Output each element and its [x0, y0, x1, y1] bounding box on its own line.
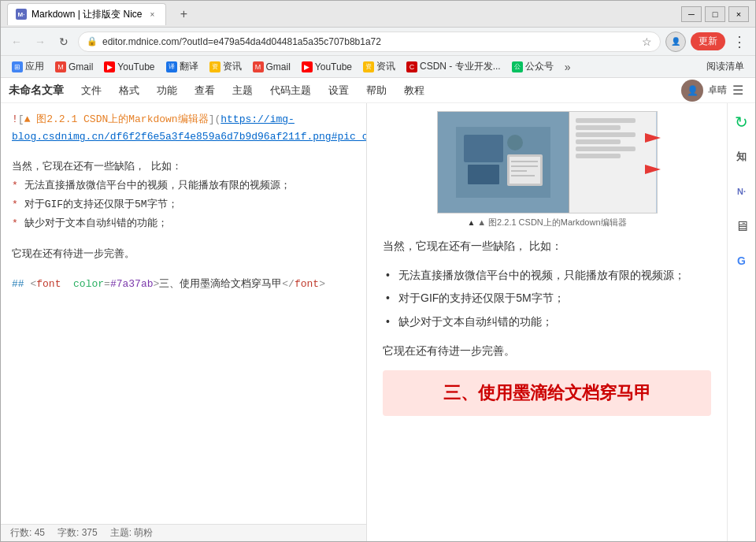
image-right-area [569, 112, 656, 213]
bookmark-zixun-label: 资讯 [223, 60, 242, 73]
image-left-area [438, 112, 569, 213]
bookmark-youtube2[interactable]: ▶ YouTube [297, 60, 357, 74]
img-line-2 [576, 125, 621, 130]
svg-rect-5 [510, 157, 540, 184]
editor-line-1: ![▲ 图2.2.1 CSDN上的Markdown编辑器](https://im… [12, 111, 355, 146]
menu-theme[interactable]: 主题 [224, 80, 261, 101]
image-content [438, 112, 657, 213]
bookmark-youtube1[interactable]: ▶ YouTube [99, 60, 159, 74]
tab-close-button[interactable]: × [146, 9, 158, 20]
preview-bullet-1: 无法直接播放微信平台中的视频，只能播放有限的视频源； [383, 265, 711, 285]
syntax-exclaim: ! [12, 113, 18, 125]
menu-help[interactable]: 帮助 [358, 80, 395, 101]
user-avatar[interactable]: 👤 [681, 80, 703, 102]
gmail-icon: M [55, 61, 66, 72]
bookmark-more[interactable]: » [560, 59, 576, 75]
preview-content-area: ▲ ▲ 图2.2.1 CSDN上的Markdown编辑器 当然，它现在还有一些缺… [367, 103, 727, 541]
arrow-annotations [645, 127, 669, 190]
char-count: 字数: 375 [57, 526, 98, 540]
bookmark-csdn-label: CSDN - 专业开发... [420, 60, 501, 73]
browser-window: M· Markdown | 让排版变 Nice × + ─ □ × ← → ↻ … [0, 0, 756, 542]
menu-format[interactable]: 格式 [111, 80, 147, 101]
bookmark-apps-label: 应用 [25, 60, 44, 73]
bookmark-fanyi[interactable]: 译 翻译 [161, 58, 203, 75]
zixun-icon-2: 资 [363, 61, 374, 72]
update-button[interactable]: 更新 [691, 32, 725, 50]
blank-line-3 [12, 265, 355, 276]
avatar-img: 👤 [687, 85, 699, 96]
main-content: ![▲ 图2.2.1 CSDN上的Markdown编辑器](https://im… [1, 103, 755, 541]
refresh-button[interactable]: ↻ [54, 32, 73, 51]
apps-icon: ⊞ [12, 61, 23, 72]
menu-file[interactable]: 文件 [73, 80, 109, 101]
preview-bullet-3: 缺少对于文本自动纠错的功能； [383, 312, 711, 332]
forward-button[interactable]: → [31, 32, 50, 51]
img-line-6 [576, 154, 621, 158]
new-tab-button[interactable]: + [172, 3, 195, 25]
sidebar-refresh-icon[interactable]: ↻ [731, 111, 753, 133]
bookmark-more-icon: » [565, 61, 571, 73]
fanyi-icon: 译 [166, 61, 177, 72]
blank-line-1 [12, 147, 355, 158]
status-bar: 行数: 45 字数: 375 主题: 萌粉 [1, 524, 366, 541]
profile-avatar[interactable]: 👤 [665, 32, 686, 52]
menu-view[interactable]: 查看 [187, 80, 223, 101]
blank-line-2 [12, 235, 355, 246]
menu-code-theme[interactable]: 代码主题 [262, 80, 319, 101]
editor-textarea[interactable]: ![▲ 图2.2.1 CSDN上的Markdown编辑器](https://im… [1, 103, 366, 524]
lock-icon: 🔒 [87, 36, 98, 46]
close-button[interactable]: × [728, 6, 749, 22]
bookmark-zixun2-label: 资讯 [376, 60, 395, 73]
tab-title: Markdown | 让排版变 Nice [32, 8, 142, 21]
preview-h3-heading: 三、使用墨滴给文档穿马甲 [383, 370, 711, 416]
url-bar[interactable]: 🔒 editor.mdnice.com/?outId=e479a54da4d04… [78, 32, 661, 52]
menu-settings[interactable]: 设置 [321, 80, 357, 101]
svg-rect-1 [464, 135, 503, 162]
preview-bullet-2: 对于GIF的支持还仅限于5M字节； [383, 288, 711, 308]
document-title: 未命名文章 [9, 84, 64, 98]
img-line-3 [576, 132, 635, 137]
bookmark-star-icon[interactable]: ☆ [642, 35, 652, 48]
sidebar-g-icon[interactable]: G [731, 250, 753, 272]
active-tab[interactable]: M· Markdown | 让排版变 Nice × [7, 3, 166, 25]
back-button[interactable]: ← [7, 32, 26, 51]
pcb-illustration [456, 127, 550, 198]
reading-list-button[interactable]: 阅读清单 [702, 58, 749, 75]
caption-triangle: ▲ [467, 218, 477, 227]
menubar: 未命名文章 文件 格式 功能 查看 主题 代码主题 设置 帮助 教程 👤 卓晴 … [1, 78, 755, 103]
titlebar: M· Markdown | 让排版变 Nice × + ─ □ × [1, 1, 755, 28]
preview-bullets-section: 无法直接播放微信平台中的视频，只能播放有限的视频源； 对于GIF的支持还仅限于5… [383, 265, 711, 332]
intro-paragraph: 当然，它现在还有一些缺陷， 比如： [383, 236, 711, 256]
preview-image [437, 111, 658, 213]
bookmark-zixun2[interactable]: 资 资讯 [358, 58, 400, 75]
bookmark-csdn[interactable]: C CSDN - 专业开发... [402, 58, 506, 75]
bookmark-gmail2[interactable]: M Gmail [248, 60, 295, 74]
csdn-icon: C [406, 61, 417, 72]
username-label: 卓晴 [708, 84, 727, 97]
bookmark-gongzhonghao[interactable]: 公 公众号 [507, 58, 558, 75]
menu-function[interactable]: 功能 [149, 80, 185, 101]
more-options-button[interactable]: ⋮ [730, 32, 749, 51]
editor-panel: ![▲ 图2.2.1 CSDN上的Markdown编辑器](https://im… [1, 103, 367, 541]
bookmark-zixun[interactable]: 资 资讯 [205, 58, 246, 75]
image-right-lines [573, 115, 653, 161]
theme-name: 主题: 萌粉 [110, 526, 154, 540]
sidebar-mdnice-icon[interactable]: N· [731, 180, 753, 202]
bookmark-fanyi-label: 翻译 [180, 60, 198, 73]
editor-line-8: 它现在还有待进一步完善。 [12, 246, 355, 263]
bookmark-gmail2-label: Gmail [266, 61, 291, 72]
minimize-button[interactable]: ─ [681, 6, 702, 22]
bookmark-gmail-label: Gmail [69, 61, 93, 72]
menu-hamburger-icon[interactable]: ☰ [728, 81, 747, 100]
bookmarks-bar: ⊞ 应用 M Gmail ▶ YouTube 译 翻译 资 资讯 M Gmail… [1, 56, 755, 78]
editor-line-5: * 对于GIF的支持还仅限于5M字节； [12, 196, 355, 213]
menu-tutorial[interactable]: 教程 [396, 80, 432, 101]
sidebar-monitor-icon[interactable]: 🖥 [731, 215, 753, 237]
maximize-button[interactable]: □ [705, 6, 725, 22]
image-caption: ▲ ▲ 图2.2.1 CSDN上的Markdown编辑器 [437, 217, 658, 228]
sidebar-knowledge-icon[interactable]: 知 [731, 146, 753, 168]
bookmark-apps[interactable]: ⊞ 应用 [7, 58, 49, 75]
svg-marker-10 [645, 133, 661, 143]
img-line-1 [576, 118, 635, 123]
bookmark-gmail[interactable]: M Gmail [50, 60, 98, 74]
